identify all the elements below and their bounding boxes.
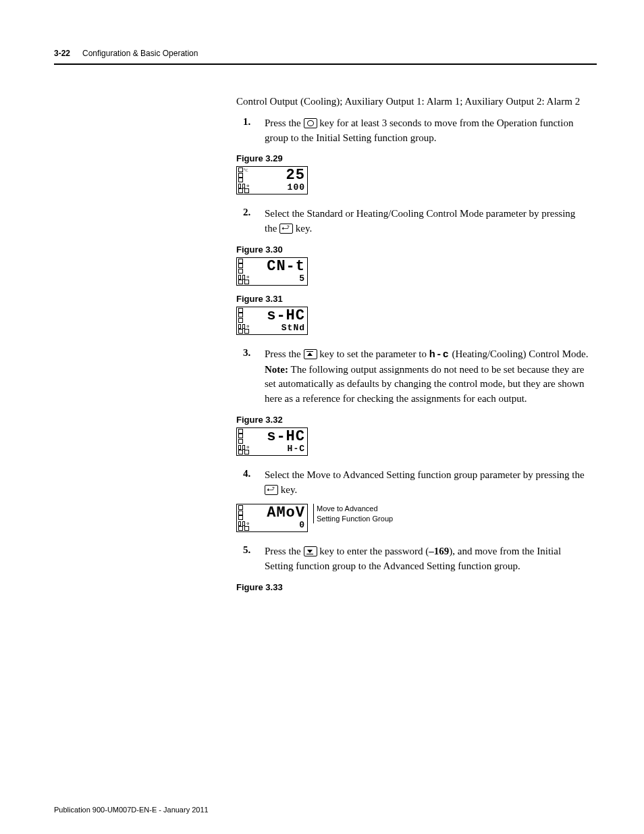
- step-text: Press the: [265, 348, 304, 359]
- step-number: 5.: [243, 544, 255, 574]
- display-upper: s-HC: [250, 307, 307, 323]
- controller-display: s-HC ⚙ H-C: [236, 427, 308, 456]
- step-2: 2. Select the Standard or Heating/Coolin…: [236, 207, 590, 236]
- controller-display: °C 25 ⚙ 100: [236, 166, 308, 194]
- display-upper: AMoV: [250, 504, 307, 521]
- figure-label: Figure 3.29: [236, 153, 590, 163]
- figure-label: Figure 3.32: [236, 415, 590, 425]
- password-value: –169: [429, 546, 449, 556]
- unit-indicator: °C: [244, 168, 248, 172]
- step-text: key to enter the password (: [317, 546, 429, 556]
- display-lower: 5: [250, 274, 307, 285]
- step-text: Press the: [265, 118, 304, 128]
- note-label: Note:: [265, 364, 288, 375]
- mode-key-icon: [265, 485, 278, 495]
- side-text: Setting Function Group: [317, 515, 393, 523]
- down-key-icon: [304, 546, 317, 556]
- step-1: 1. Press the key for at least 3 seconds …: [236, 116, 590, 146]
- intro-paragraph: Control Output (Cooling); Auxiliary Outp…: [236, 95, 590, 109]
- step-5: 5. Press the key to enter the password (…: [236, 544, 590, 574]
- controller-display: AMoV ⚙ 0: [236, 504, 308, 532]
- figure-label: Figure 3.31: [236, 294, 590, 304]
- up-key-icon: [304, 349, 317, 359]
- step-body: Press the key for at least 3 seconds to …: [265, 116, 590, 146]
- display-lower: H-C: [250, 444, 307, 455]
- section-title: Configuration & Basic Operation: [82, 49, 198, 58]
- display-lower: 100: [250, 183, 307, 194]
- step-text: key.: [278, 484, 297, 495]
- level-key-icon: [304, 118, 317, 128]
- step-number: 3.: [243, 347, 255, 407]
- step-number: 1.: [243, 116, 255, 146]
- step-3: 3. Press the key to set the parameter to…: [236, 347, 590, 407]
- step-text: Select the Move to Advanced Setting func…: [265, 469, 585, 480]
- figure-label: Figure 3.30: [236, 244, 590, 255]
- display-upper: 25: [250, 167, 307, 183]
- mode-key-icon: [279, 224, 293, 234]
- step-text: key to set the parameter to: [317, 348, 429, 359]
- header-rule: [54, 63, 597, 65]
- display-upper: s-HC: [250, 428, 307, 444]
- step-body: Press the key to set the parameter to h-…: [265, 347, 590, 407]
- display-upper: CN-t: [250, 258, 307, 274]
- content-area: Control Output (Cooling); Auxiliary Outp…: [236, 95, 590, 595]
- note-text: The following output assignments do not …: [265, 364, 585, 405]
- step-number: 2.: [243, 207, 255, 236]
- step-4: 4. Select the Move to Advanced Setting f…: [236, 468, 590, 498]
- display-side-label: Move to Advanced Setting Function Group: [313, 504, 393, 523]
- display-lower: StNd: [250, 323, 307, 334]
- publication-info: Publication 900-UM007D-EN-E - January 20…: [54, 806, 209, 814]
- footer: Publication 900-UM007D-EN-E - January 20…: [54, 806, 209, 814]
- side-text: Move to Advanced: [317, 504, 378, 513]
- param-hc: h-c: [429, 349, 450, 361]
- page-number: 3-22: [54, 49, 70, 58]
- step-body: Select the Standard or Heating/Cooling C…: [265, 207, 590, 236]
- controller-display: CN-t ⚙ 5: [236, 257, 308, 286]
- figure-label: Figure 3.33: [236, 582, 590, 592]
- step-text: key.: [293, 223, 312, 234]
- step-text: (Heating/Cooling) Control Mode.: [450, 348, 589, 359]
- step-body: Press the key to enter the password (–16…: [265, 544, 590, 574]
- step-number: 4.: [243, 468, 255, 498]
- step-body: Select the Move to Advanced Setting func…: [265, 468, 590, 498]
- controller-display: s-HC ⚙ StNd: [236, 307, 308, 335]
- step-text: Press the: [265, 546, 304, 556]
- page-header: 3-22 Configuration & Basic Operation: [54, 49, 597, 65]
- display-lower: 0: [250, 521, 307, 531]
